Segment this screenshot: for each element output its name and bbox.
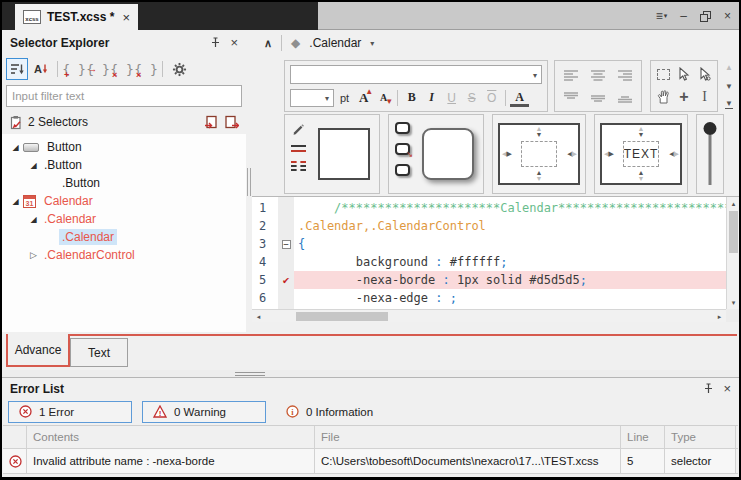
font-size-select[interactable]: ▾ <box>290 89 334 107</box>
scroll-up-icon[interactable]: ▲ <box>725 63 733 72</box>
collapse-toolbar-icon[interactable]: ∧ <box>264 37 272 50</box>
tree-expanded-icon[interactable]: ◢ <box>26 215 41 224</box>
code-text: .Calendar,.CalendarControl <box>294 217 726 235</box>
add-tool-icon[interactable]: + <box>679 90 688 104</box>
filter-input[interactable] <box>6 85 242 107</box>
scroll-left-icon[interactable]: ◂ <box>252 310 265 322</box>
round-corner-alt-icon[interactable] <box>395 164 410 176</box>
document-tab[interactable]: xcss TEST.xcss * × <box>15 4 138 30</box>
underline-button[interactable]: U <box>442 88 461 107</box>
tree-expanded-icon[interactable]: ◢ <box>8 197 23 206</box>
scroll-up-icon[interactable]: ▴ <box>727 197 739 210</box>
ibeam-cursor-icon[interactable]: I <box>702 89 707 105</box>
code-editor[interactable]: 1 /**********************Calendar*******… <box>252 196 739 322</box>
code-line[interactable]: 1 /**********************Calendar*******… <box>252 199 726 217</box>
vscroll-thumb[interactable] <box>729 211 738 253</box>
edge-left-arrows-icon[interactable]: ◀▶ <box>502 150 511 158</box>
increase-font-button[interactable]: A▲ <box>354 88 373 107</box>
tree-item[interactable]: ◢.Button <box>2 156 246 174</box>
code-line[interactable]: 2.Calendar,.CalendarControl <box>252 217 726 235</box>
tree-item[interactable]: ◢31Calendar <box>2 192 246 210</box>
font-color-button[interactable]: A <box>510 90 529 107</box>
dash-style-icon[interactable] <box>291 161 306 171</box>
delete-all-selectors-icon[interactable]: { }× <box>135 58 157 80</box>
window-menu-icon[interactable]: ≡▾ <box>656 10 668 22</box>
padding-left-arrows-icon[interactable]: ◀▶ <box>604 150 613 158</box>
vertical-scrollbar[interactable]: ▴ ▾ <box>726 197 739 309</box>
overline-button[interactable]: O <box>482 88 501 107</box>
line-number: 2 <box>252 219 278 233</box>
hand-tool-icon[interactable] <box>657 90 670 104</box>
tree-item[interactable]: .Calendar <box>2 228 246 246</box>
decrease-font-button[interactable]: A▼ <box>374 88 393 107</box>
code-line[interactable]: 3−{ <box>252 235 726 253</box>
sort-selector-icon[interactable] <box>6 58 28 80</box>
scroll-down-icon[interactable]: ▾ <box>727 296 739 309</box>
tab-text[interactable]: Text <box>70 338 128 367</box>
padding-right-arrows-icon[interactable]: ◀▶ <box>669 150 678 158</box>
marquee-select-icon[interactable] <box>657 69 670 80</box>
add-selector-icon[interactable]: { }+ <box>63 58 85 80</box>
tree-item[interactable]: .Button <box>2 174 246 192</box>
padding-top-arrows-icon[interactable]: ▲▼ <box>638 126 645 138</box>
round-corner-edit-icon[interactable]: ↘ <box>395 143 410 155</box>
line-style-icon[interactable] <box>291 145 306 152</box>
panel-close-icon[interactable]: × <box>230 36 238 49</box>
align-right-icon[interactable] <box>617 69 633 82</box>
scroll-down-icon[interactable]: ▼ <box>725 82 733 91</box>
import-selector-icon[interactable] <box>204 115 219 129</box>
scroll-bottom-icon[interactable]: ▼ <box>725 100 733 109</box>
selector-dropdown-icon[interactable]: ▾ <box>370 39 374 48</box>
pencil-icon[interactable] <box>291 122 305 136</box>
insert-selector-icon[interactable]: { }→ <box>87 58 109 80</box>
tree-expanded-icon[interactable]: ◢ <box>8 143 23 152</box>
error-table-row[interactable]: Invalid attribute name : -nexa-bordeC:\U… <box>3 449 738 474</box>
settings-gear-icon[interactable] <box>168 58 190 80</box>
pointer-alt-icon[interactable] <box>698 67 711 81</box>
filter-warning-button[interactable]: !0 Warning <box>142 401 266 423</box>
padding-bottom-arrows-icon[interactable]: ▲▼ <box>638 170 645 182</box>
tab-close-icon[interactable]: × <box>122 11 130 24</box>
filter-error-button[interactable]: 1 Error <box>8 401 132 423</box>
tree-item[interactable]: ▷.CalendarControl <box>2 246 246 264</box>
scroll-right-icon[interactable]: ▸ <box>713 310 726 322</box>
tab-advance[interactable]: Advance <box>6 334 70 367</box>
restore-icon[interactable] <box>700 11 711 22</box>
close-icon[interactable]: × <box>724 10 731 22</box>
font-family-select[interactable]: ▾ <box>290 65 542 84</box>
pin-icon[interactable] <box>703 383 714 394</box>
slider-track[interactable] <box>709 135 712 185</box>
align-left-icon[interactable] <box>563 69 579 82</box>
align-center-icon[interactable] <box>590 69 606 82</box>
pin-icon[interactable] <box>210 37 221 48</box>
valign-top-icon[interactable] <box>563 91 579 104</box>
fold-collapse-icon[interactable]: − <box>278 240 294 249</box>
slider-knob[interactable] <box>704 122 717 135</box>
filter-info-button[interactable]: i0 Information <box>276 401 400 423</box>
round-corner-icon[interactable] <box>395 122 410 134</box>
panel-close-icon[interactable]: × <box>723 382 731 395</box>
export-selector-icon[interactable] <box>224 115 239 129</box>
hscroll-thumb[interactable] <box>296 312 388 321</box>
valign-middle-icon[interactable] <box>590 91 606 104</box>
code-line[interactable]: 5✔ -nexa-borde : 1px solid #d5d5d5; <box>252 271 726 289</box>
strikethrough-button[interactable]: S <box>462 88 481 107</box>
tree-expanded-icon[interactable]: ◢ <box>26 161 41 170</box>
minimize-icon[interactable]: – <box>680 10 687 22</box>
code-line[interactable]: 6 -nexa-edge : ; <box>252 289 726 307</box>
pointer-icon[interactable] <box>677 67 690 81</box>
valign-bottom-icon[interactable] <box>617 91 633 104</box>
tree-collapsed-icon[interactable]: ▷ <box>26 250 41 260</box>
code-line[interactable]: 4 background : #ffffff; <box>252 253 726 271</box>
horizontal-scrollbar[interactable]: ◂ ▸ <box>252 309 726 322</box>
sort-alpha-icon[interactable]: A <box>30 58 52 80</box>
delete-selector-icon[interactable]: { }× <box>111 58 133 80</box>
edge-top-arrows-icon[interactable]: ▲▼ <box>536 126 543 138</box>
edge-right-arrows-icon[interactable]: ◀▶ <box>567 150 576 158</box>
edge-bottom-arrows-icon[interactable]: ▲▼ <box>536 170 543 182</box>
horizontal-splitter[interactable] <box>2 370 739 377</box>
italic-button[interactable]: I <box>422 88 441 107</box>
tree-item[interactable]: ◢Button <box>2 138 246 156</box>
tree-item[interactable]: ◢.Calendar <box>2 210 246 228</box>
bold-button[interactable]: B <box>402 88 421 107</box>
